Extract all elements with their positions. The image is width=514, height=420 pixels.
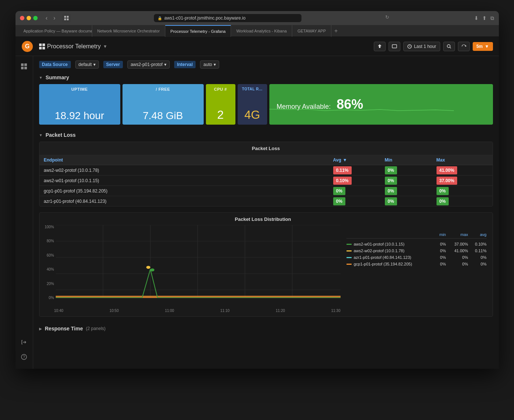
svg-point-8 — [447, 45, 450, 48]
legend-avg-0: 0.10% — [468, 242, 487, 246]
legend-item: azr1-p01-protof (40.84.141.123) 0% 0% 0% — [346, 254, 487, 261]
packet-loss-section-header[interactable]: ▼ Packet Loss — [39, 132, 493, 138]
data-source-select[interactable]: default ▾ — [75, 60, 99, 69]
main-layout: ? Data Source default ▾ Server aws2-p01-… — [15, 56, 499, 369]
legend-item: gcp1-p01-protof (35.194.82.205) 0% 0% 0% — [346, 261, 487, 267]
table-row: aws2-w02-protof (10.0.1.78) 0.11% 0% 41.… — [39, 165, 493, 176]
minimize-button[interactable] — [27, 16, 31, 20]
legend-label-3: gcp1-p01-protof (35.194.82.205) — [354, 262, 412, 266]
table-row: aws2-w01-protof (10.0.1.15) 0.10% 0% 37.… — [39, 176, 493, 186]
avg-sort-icon[interactable]: ▼ — [343, 157, 347, 163]
title-dropdown-icon[interactable]: ▼ — [103, 44, 107, 49]
svg-rect-11 — [21, 67, 24, 69]
chart-legend: min max avg aws2-w01-protof (10.0.1.15) — [346, 225, 487, 313]
endpoint-0: aws2-w02-protof (10.0.1.78) — [44, 168, 333, 173]
total-label: Total R... — [242, 87, 263, 91]
chart-wrapper: 100% 80% 60% 40% 20% 0% — [39, 225, 341, 307]
legend-color-0 — [346, 244, 352, 245]
legend-min-0: 0% — [428, 242, 446, 246]
memory-card: Memory Available: 86% — [269, 84, 493, 125]
sidebar-item-dashboards[interactable] — [18, 60, 30, 72]
sidebar-item-help[interactable]: ? — [18, 351, 30, 363]
time-range-button[interactable]: Last 1 hour — [403, 42, 440, 51]
browser-tabs: Application Policy — Bayware documen... … — [15, 25, 499, 37]
packet-loss-title: Packet Loss — [45, 132, 76, 138]
screen-button[interactable] — [389, 42, 400, 51]
response-time-title: Response Time — [45, 326, 83, 332]
tab-processor-telemetry[interactable]: Processor Telemetry - Grafana — [165, 25, 231, 37]
data-source-dropdown-icon: ▾ — [93, 62, 96, 67]
server-select[interactable]: aws2-p01-protof ▾ — [127, 60, 170, 69]
server-dropdown-icon: ▾ — [164, 62, 166, 67]
chart-title: Packet Loss Distribution — [39, 216, 487, 222]
tab-workload-analytics[interactable]: Workload Analytics - Kibana — [231, 25, 292, 37]
share-button[interactable] — [374, 42, 386, 51]
forward-button[interactable]: › — [51, 14, 58, 22]
legend-min-3: 0% — [428, 262, 446, 266]
tab-network-microservice[interactable]: Network Microservice Orchestrator — [92, 25, 165, 37]
min-2: 0% — [385, 187, 397, 195]
chart-area: 100% 80% 60% 40% 20% 0% — [39, 225, 487, 313]
address-bar[interactable]: 🔒 aws1-c01-protof.jsmithinc.poc.bayware.… — [154, 14, 301, 22]
sidebar-item-login[interactable] — [18, 336, 30, 348]
reload-icon[interactable]: ↻ — [385, 14, 393, 22]
main-content: Data Source default ▾ Server aws2-p01-pr… — [33, 56, 499, 369]
cpu-label: CPU # — [214, 87, 227, 91]
legend-max-1: 41.00% — [446, 249, 468, 253]
data-source-label: Data Source — [39, 61, 71, 68]
x-axis: 10:40 10:50 11:00 11:10 11:20 11:30 — [39, 307, 341, 313]
max-1: 37.00% — [437, 177, 458, 185]
legend-color-2 — [346, 257, 352, 258]
summary-cards: Uptime 18.92 hour / free 7.48 GiB CPU # … — [39, 84, 493, 125]
packet-loss-collapse-icon: ▼ — [39, 133, 43, 137]
close-button[interactable] — [20, 16, 24, 20]
response-time-section-header[interactable]: ▶ Response Time (2 panels) — [39, 323, 493, 334]
svg-rect-9 — [21, 63, 24, 66]
filter-bar: Data Source default ▾ Server aws2-p01-pr… — [39, 60, 493, 69]
col-min: Min — [385, 157, 437, 163]
free-value: 7.48 GiB — [143, 110, 183, 122]
new-window-icon[interactable]: ⧉ — [490, 15, 494, 21]
chart-graph: 100% 80% 60% 40% 20% 0% — [39, 225, 341, 313]
legend-color-1 — [346, 250, 352, 251]
summary-section-header[interactable]: ▼ Summary — [39, 74, 493, 80]
download-icon[interactable]: ⬇ — [474, 15, 479, 21]
legend-min-2: 0% — [428, 255, 446, 260]
share-icon[interactable]: ⬆ — [482, 15, 487, 21]
tab-application-policy[interactable]: Application Policy — Bayware documen... — [18, 25, 92, 37]
window-actions: ⬇ ⬆ ⧉ — [474, 15, 494, 21]
col-max: Max — [437, 157, 488, 163]
chart-svg — [56, 225, 341, 306]
refresh-button[interactable] — [458, 42, 470, 51]
tab-getaway-app[interactable]: GETAWAY APP — [292, 25, 331, 37]
summary-title: Summary — [45, 74, 69, 80]
packet-loss-table: Endpoint Avg ▼ Min Max aws2-w02-protof (… — [39, 155, 493, 206]
title-bar: ‹ › 🔒 aws1-c01-protof.jsmithinc.poc.bayw… — [15, 11, 499, 25]
response-expand-icon: ▶ — [39, 327, 42, 331]
avg-2: 0% — [333, 187, 345, 195]
max-0: 41.00% — [437, 166, 458, 174]
legend-avg-1: 0.11% — [468, 249, 487, 253]
packet-loss-chart-panel: Packet Loss Distribution 100% 80% 60% 40… — [39, 212, 493, 317]
new-tab-button[interactable]: + — [331, 28, 341, 34]
svg-text:?: ? — [23, 355, 25, 359]
maximize-button[interactable] — [33, 16, 38, 20]
min-0: 0% — [385, 166, 397, 174]
response-time-subtitle: (2 panels) — [86, 326, 106, 331]
app-content: G Processor Telemetry ▼ Last 1 hour — [15, 37, 499, 369]
min-1: 0% — [385, 177, 397, 185]
legend-avg-3: 0% — [468, 262, 487, 266]
app-title: Processor Telemetry ▼ — [47, 43, 107, 50]
url-text: aws1-c01-protof.jsmithinc.poc.bayware.io — [164, 15, 245, 21]
svg-rect-6 — [392, 45, 397, 48]
server-label: Server — [103, 61, 123, 68]
top-bar: G Processor Telemetry ▼ Last 1 hour — [15, 37, 499, 56]
table-header: Endpoint Avg ▼ Min Max — [39, 155, 493, 165]
cpu-value: 2 — [217, 108, 224, 122]
svg-rect-12 — [24, 67, 27, 69]
interval-select[interactable]: auto ▾ — [200, 60, 219, 69]
total-ram-card: Total R... 4G — [238, 84, 267, 125]
search-button[interactable] — [443, 42, 455, 51]
back-button[interactable]: ‹ — [44, 14, 50, 22]
interval-button[interactable]: 5m ▼ — [473, 42, 493, 51]
